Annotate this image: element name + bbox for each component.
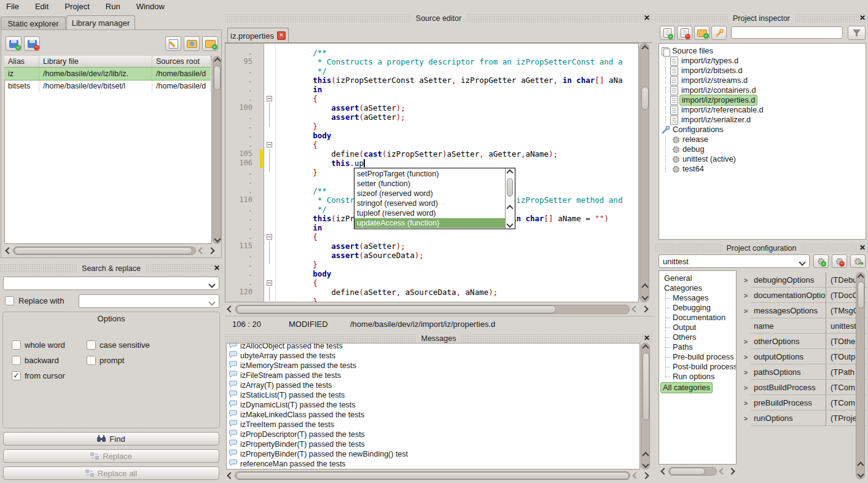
expand-row-icon[interactable]: > <box>740 288 751 303</box>
close-search-panel-icon[interactable]: ✕ <box>214 264 220 273</box>
expand-row-icon[interactable]: > <box>740 380 751 395</box>
message-item[interactable]: izPropertyBinder(T) passed the tests <box>227 439 639 449</box>
checkbox-prompt[interactable] <box>87 356 96 365</box>
checkbox-backward[interactable] <box>12 356 21 365</box>
tree-root-configurations[interactable]: Configurations <box>662 125 724 135</box>
tab-static-explorer[interactable]: Static explorer <box>1 17 66 30</box>
clone-configuration-button[interactable]: ➜ <box>850 254 866 268</box>
close-tab-icon[interactable]: ✕ <box>277 31 286 40</box>
find-button[interactable]: Find <box>3 432 219 446</box>
expand-row-icon[interactable]: > <box>740 410 751 426</box>
code-editor[interactable]: .95....100....105106...110....115....120… <box>225 43 639 302</box>
add-configuration-button[interactable]: + <box>813 254 829 268</box>
message-item[interactable]: izAllocObject passed the tests <box>227 343 639 351</box>
library-row-bitsets[interactable]: bitsets/home/basile/dev/bitset/l/home/ba… <box>4 80 211 92</box>
expand-row-icon[interactable]: > <box>740 334 751 349</box>
tree-item-import-iz-serializer-d[interactable]: import/iz/serializer.d <box>670 115 751 125</box>
tree-item-import-iz-containers-d[interactable]: import/iz/containers.d <box>670 85 756 95</box>
editor-hscrollbar[interactable] <box>226 305 651 314</box>
replace-all-button[interactable]: Replace all <box>3 466 219 480</box>
category-categories[interactable]: Categories <box>664 283 702 293</box>
column-header-sources-root[interactable]: Sources root <box>152 56 211 68</box>
column-header-alias[interactable]: Alias <box>4 56 39 68</box>
menu-edit[interactable]: Edit <box>35 2 49 11</box>
add-sources-folder-button[interactable]: + <box>202 36 218 51</box>
completion-item[interactable]: updateAccess (function) <box>354 218 506 228</box>
replace-input[interactable] <box>79 294 219 308</box>
message-item[interactable]: izStaticList(T) passed the tests <box>227 390 639 400</box>
category-post-build-process[interactable]: Post-build process <box>673 362 737 372</box>
checkbox-case-sensitive[interactable] <box>87 340 96 350</box>
editor-tab-iz-properties[interactable]: iz.properties ✕ <box>227 28 289 43</box>
library-table-vscrollbar[interactable] <box>213 56 221 244</box>
fold-collapse-icon[interactable] <box>267 234 272 240</box>
library-row-iz[interactable]: iz/home/basile/dev/iz/lib/iz./home/basil… <box>4 68 211 80</box>
message-item[interactable]: izFileStream passed the tests <box>227 371 639 380</box>
tab-library-manager[interactable]: Library manager <box>66 15 135 30</box>
config-grid-vscrollbar[interactable] <box>856 272 865 479</box>
category-paths[interactable]: Paths <box>673 342 693 352</box>
message-item[interactable]: izPropertyBinder(T) passed the newBindin… <box>227 449 639 459</box>
message-item[interactable]: ubyteArray passed the tests <box>227 351 639 361</box>
tree-item-import-iz-referencable-d[interactable]: import/iz/referencable.d <box>670 105 764 115</box>
fold-collapse-icon[interactable] <box>267 280 272 286</box>
menu-window[interactable]: Window <box>136 2 165 11</box>
completion-popup[interactable]: setPropTarget (function)setter (function… <box>354 168 515 229</box>
category-general[interactable]: General <box>664 273 692 283</box>
expand-row-icon[interactable]: > <box>740 303 751 318</box>
expand-row-icon[interactable]: > <box>740 364 751 380</box>
column-header-library-file[interactable]: Library file <box>39 56 152 68</box>
category-documentation[interactable]: Documentation <box>673 313 725 323</box>
add-source-button[interactable]: + <box>660 26 675 40</box>
filter-button[interactable] <box>848 26 866 40</box>
menu-file[interactable]: File <box>6 2 19 11</box>
menu-run[interactable]: Run <box>106 2 120 11</box>
message-item[interactable]: izTreeItem passed the tests <box>227 420 639 430</box>
expand-row-icon[interactable]: > <box>740 349 751 364</box>
search-input[interactable] <box>3 277 219 290</box>
close-messages-panel-icon[interactable]: ✕ <box>644 334 650 343</box>
inspector-tree[interactable]: Source filesimport/iz/types.dimport/iz/b… <box>659 43 866 240</box>
messages-list[interactable]: izAllocObject passed the testsubyteArray… <box>226 343 640 469</box>
tree-item-config-debug[interactable]: debug <box>673 144 705 154</box>
fold-collapse-icon[interactable] <box>267 96 272 101</box>
tree-item-import-iz-bitsets-d[interactable]: import/iz/bitsets.d <box>670 66 743 76</box>
category-output[interactable]: Output <box>673 323 696 332</box>
close-project-configuration-icon[interactable]: ✕ <box>859 243 866 253</box>
message-item[interactable]: izMakeLinkedClass passed the tests <box>227 410 639 420</box>
editor-vscrollbar[interactable] <box>639 43 649 302</box>
tree-root-source-files[interactable]: Source files <box>662 46 713 56</box>
message-item[interactable]: izDynamicList(T) passed the tests <box>227 400 639 410</box>
category-run-options[interactable]: Run options <box>673 372 714 382</box>
config-categories-list[interactable]: GeneralCategoriesMessagesDebuggingDocume… <box>659 270 737 465</box>
category-pre-build-process[interactable]: Pre-build process <box>673 352 734 362</box>
completion-item[interactable]: stringof (reserved word) <box>354 198 506 208</box>
completion-item[interactable]: setPropTarget (function) <box>354 169 506 179</box>
open-sources-button[interactable] <box>184 36 200 51</box>
category-debugging[interactable]: Debugging <box>673 303 711 313</box>
category-others[interactable]: Others <box>673 332 696 342</box>
library-table-hscrollbar[interactable] <box>4 246 221 255</box>
completion-item[interactable]: sizeof (reserved word) <box>354 189 506 198</box>
message-item[interactable]: izMemoryStream passed the tests <box>227 361 639 371</box>
checkbox-from-cursor[interactable]: ✓ <box>12 371 21 380</box>
remove-configuration-button[interactable]: − <box>832 254 847 268</box>
inspector-filter-input[interactable] <box>731 26 843 39</box>
close-project-inspector-icon[interactable]: ✕ <box>859 14 866 23</box>
expand-row-icon[interactable]: > <box>740 272 751 288</box>
remove-library-button[interactable]: − <box>24 36 40 51</box>
completion-item[interactable]: setter (function) <box>354 179 506 189</box>
close-source-editor-icon[interactable]: ✕ <box>644 14 650 23</box>
category-messages[interactable]: Messages <box>673 293 708 303</box>
add-source-folder-button[interactable]: + <box>694 26 710 40</box>
config-categories-hscrollbar[interactable] <box>660 467 737 476</box>
fold-collapse-icon[interactable] <box>267 142 272 147</box>
menu-project[interactable]: Project <box>65 2 89 11</box>
expand-row-icon[interactable]: > <box>740 395 751 410</box>
category-all-categories[interactable]: All categories <box>660 383 713 393</box>
add-library-button[interactable]: + <box>6 36 22 51</box>
messages-vscrollbar[interactable] <box>641 343 650 469</box>
message-item[interactable]: izPropDescriptor(T) passed the tests <box>227 430 639 439</box>
tree-item-import-iz-streams-d[interactable]: import/iz/streams.d <box>670 76 748 85</box>
remove-source-button[interactable]: − <box>677 26 692 40</box>
